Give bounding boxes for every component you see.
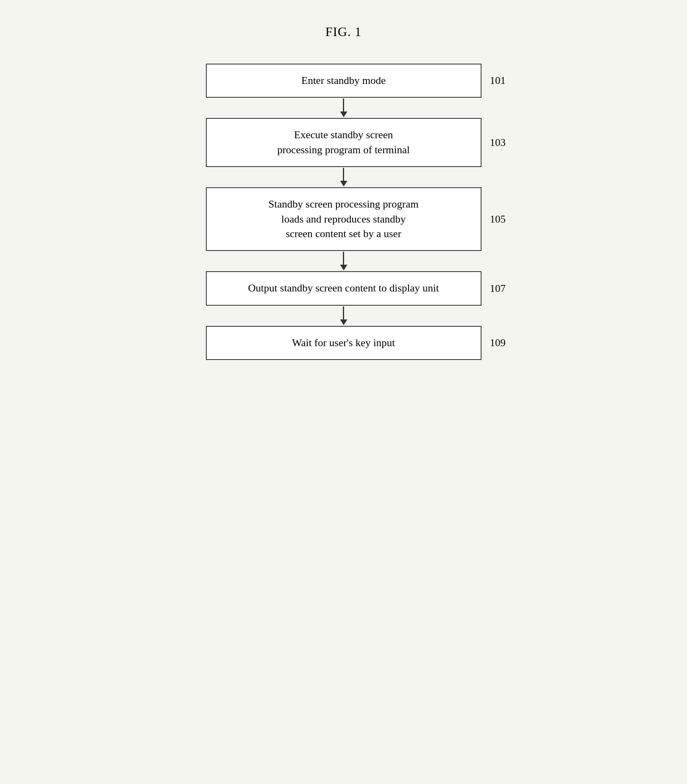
step-wrapper-101: Enter standby mode 101 xyxy=(161,64,526,98)
step-wrapper-105: Standby screen processing program loads … xyxy=(161,187,526,251)
box-103: Execute standby screen processing progra… xyxy=(206,118,482,167)
flowchart: Enter standby mode 101 Execute standby s… xyxy=(161,64,526,360)
box-109: Wait for user's key input xyxy=(206,326,482,360)
arrow-shaft-2 xyxy=(343,168,344,181)
ref-label-109: 109 xyxy=(490,337,506,349)
ref-label-107: 107 xyxy=(490,283,506,295)
arrow-line-3 xyxy=(340,251,347,271)
box-105: Standby screen processing program loads … xyxy=(206,187,482,251)
arrow-head-3 xyxy=(340,265,347,270)
arrow-4 xyxy=(161,306,526,326)
arrow-head-1 xyxy=(340,111,347,117)
step-wrapper-103: Execute standby screen processing progra… xyxy=(161,118,526,167)
arrow-line-4 xyxy=(340,306,347,326)
arrow-shaft-1 xyxy=(343,99,344,111)
figure-title: FIG. 1 xyxy=(325,24,362,39)
arrow-head-4 xyxy=(340,319,347,325)
diagram-container: FIG. 1 Enter standby mode 101 Execute st… xyxy=(161,24,526,360)
arrow-head-2 xyxy=(340,181,347,186)
arrow-shaft-4 xyxy=(343,306,344,319)
step-wrapper-107: Output standby screen content to display… xyxy=(161,271,526,305)
ref-label-105: 105 xyxy=(490,213,506,225)
ref-label-103: 103 xyxy=(490,137,506,149)
box-107: Output standby screen content to display… xyxy=(206,271,482,305)
arrow-line-1 xyxy=(340,98,347,118)
arrow-1 xyxy=(161,98,526,118)
arrow-shaft-3 xyxy=(343,252,344,265)
arrow-line-2 xyxy=(340,167,347,187)
ref-label-101: 101 xyxy=(490,75,506,87)
box-101: Enter standby mode xyxy=(206,64,482,98)
arrow-3 xyxy=(161,251,526,271)
step-wrapper-109: Wait for user's key input 109 xyxy=(161,326,526,360)
arrow-2 xyxy=(161,167,526,187)
